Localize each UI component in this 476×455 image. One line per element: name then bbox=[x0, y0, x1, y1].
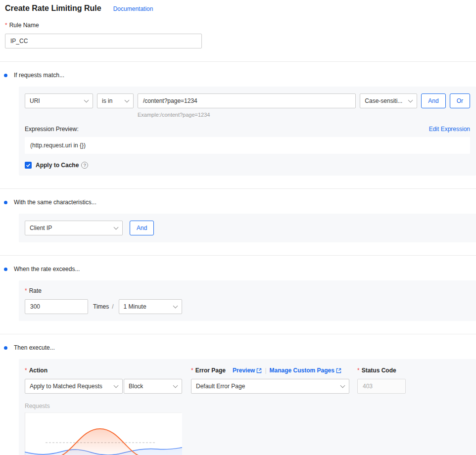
match-value-input[interactable] bbox=[138, 93, 356, 108]
section-if-requests-match: If requests match... URI is in Case-sens… bbox=[0, 61, 476, 176]
required-asterisk: * bbox=[5, 22, 7, 29]
chevron-down-icon bbox=[173, 304, 178, 309]
characteristic-select[interactable]: Client IP bbox=[25, 221, 123, 235]
chart-y-axis-label: Requests bbox=[25, 403, 182, 410]
rate-period-select[interactable]: 1 Minute bbox=[119, 299, 182, 314]
error-page-controls: Default Error Page bbox=[191, 379, 349, 394]
required-asterisk: * bbox=[191, 367, 193, 374]
section-title: When the rate exceeds... bbox=[14, 266, 80, 273]
characteristic-row: Client IP And bbox=[25, 221, 470, 235]
section-same-characteristics: With the same characteristics... Client … bbox=[0, 188, 476, 242]
rule-name-block: *Rule Name bbox=[0, 13, 476, 48]
rate-limit-chart bbox=[25, 412, 182, 455]
chevron-down-icon bbox=[114, 225, 119, 230]
and-condition-button[interactable]: And bbox=[421, 93, 445, 108]
expression-preview-box: (http.request.uri in {}) bbox=[25, 137, 470, 154]
rule-name-input[interactable] bbox=[5, 34, 202, 48]
section-bullet-icon bbox=[4, 74, 7, 77]
chevron-down-icon bbox=[340, 383, 345, 388]
section-title-row: Then execute... bbox=[0, 344, 476, 351]
section-title-row: With the same characteristics... bbox=[0, 199, 476, 206]
execute-controls-row: Apply to Matched Requests Block Default … bbox=[25, 375, 470, 394]
action-scope-select[interactable]: Apply to Matched Requests bbox=[25, 379, 123, 394]
action-label: *Action bbox=[25, 366, 183, 375]
rate-unit-label: Times bbox=[93, 303, 109, 310]
page-title: Create Rate Limiting Rule bbox=[5, 4, 101, 13]
match-panel: URI is in Case-sensiti... And Or Example… bbox=[19, 87, 476, 176]
execute-panel: *Action *Error Page Preview | Manage Cus… bbox=[19, 359, 476, 455]
section-title: Then execute... bbox=[14, 344, 55, 351]
section-then-execute: Then execute... *Action *Error Page Prev… bbox=[0, 334, 476, 455]
external-link-icon bbox=[336, 368, 341, 373]
apply-to-cache-checkbox[interactable] bbox=[25, 162, 32, 169]
required-asterisk: * bbox=[357, 367, 360, 374]
chevron-down-icon bbox=[84, 98, 89, 103]
match-operator-select[interactable]: is in bbox=[97, 93, 134, 108]
action-selects: Apply to Matched Requests Block bbox=[25, 379, 183, 394]
required-asterisk: * bbox=[25, 287, 27, 294]
section-title: If requests match... bbox=[14, 72, 64, 79]
help-icon[interactable]: ? bbox=[81, 162, 88, 169]
page-header: Create Rate Limiting Rule Documentation bbox=[0, 0, 476, 13]
and-characteristic-button[interactable]: And bbox=[130, 221, 154, 235]
section-title-row: If requests match... bbox=[0, 72, 476, 79]
section-bullet-icon bbox=[4, 201, 7, 204]
section-title: With the same characteristics... bbox=[14, 199, 96, 206]
section-bullet-icon bbox=[4, 346, 7, 350]
check-icon bbox=[26, 163, 31, 168]
error-page-label-row: *Error Page Preview | Manage Custom Page… bbox=[191, 366, 349, 375]
apply-to-cache-row: Apply to Cache ? bbox=[25, 162, 470, 169]
match-condition-row: URI is in Case-sensiti... And Or bbox=[25, 93, 470, 108]
section-title-row: When the rate exceeds... bbox=[0, 266, 476, 273]
chevron-down-icon bbox=[408, 98, 413, 103]
match-field-select[interactable]: URI bbox=[25, 93, 93, 108]
match-value-example: Example:/content?page=1234 bbox=[138, 112, 470, 118]
external-link-icon bbox=[256, 368, 262, 373]
error-page-select[interactable]: Default Error Page bbox=[191, 379, 349, 394]
create-rate-limiting-rule-page: Create Rate Limiting Rule Documentation … bbox=[0, 0, 476, 455]
link-separator: | bbox=[265, 367, 266, 374]
rate-panel: *Rate Times / 1 Minute bbox=[19, 280, 476, 321]
documentation-link[interactable]: Documentation bbox=[113, 5, 153, 12]
case-sensitivity-select[interactable]: Case-sensiti... bbox=[360, 93, 417, 108]
rule-name-label: *Rule Name bbox=[5, 22, 471, 29]
rate-label: *Rate bbox=[25, 287, 470, 294]
or-condition-button[interactable]: Or bbox=[450, 93, 470, 108]
required-asterisk: * bbox=[25, 367, 27, 374]
chevron-down-icon bbox=[173, 383, 178, 388]
action-type-select[interactable]: Block bbox=[124, 379, 182, 394]
section-bullet-icon bbox=[4, 268, 7, 271]
rate-row: Times / 1 Minute bbox=[25, 299, 470, 314]
status-code-label: *Status Code bbox=[357, 366, 431, 375]
edit-expression-link[interactable]: Edit Expression bbox=[429, 126, 470, 133]
preview-link[interactable]: Preview bbox=[233, 367, 262, 374]
error-page-links: Preview | Manage Custom Pages bbox=[233, 367, 341, 374]
execute-labels-row: *Action *Error Page Preview | Manage Cus… bbox=[25, 366, 470, 375]
expression-preview-label: Expression Preview: bbox=[25, 126, 79, 133]
manage-custom-pages-link[interactable]: Manage Custom Pages bbox=[270, 367, 341, 374]
chevron-down-icon bbox=[125, 98, 130, 103]
rate-input[interactable] bbox=[25, 299, 88, 314]
chart-canvas bbox=[25, 412, 182, 455]
characteristics-panel: Client IP And bbox=[19, 214, 476, 242]
rate-limit-chart-block: Requests bbox=[25, 403, 182, 455]
chevron-down-icon bbox=[114, 383, 119, 388]
status-code-controls bbox=[357, 379, 431, 394]
status-code-input[interactable] bbox=[357, 379, 406, 394]
expression-preview-row: Expression Preview: Edit Expression bbox=[25, 126, 470, 133]
section-rate-exceeds: When the rate exceeds... *Rate Times / 1… bbox=[0, 255, 476, 321]
apply-to-cache-label: Apply to Cache bbox=[36, 162, 79, 169]
rate-per-separator: / bbox=[112, 303, 113, 310]
